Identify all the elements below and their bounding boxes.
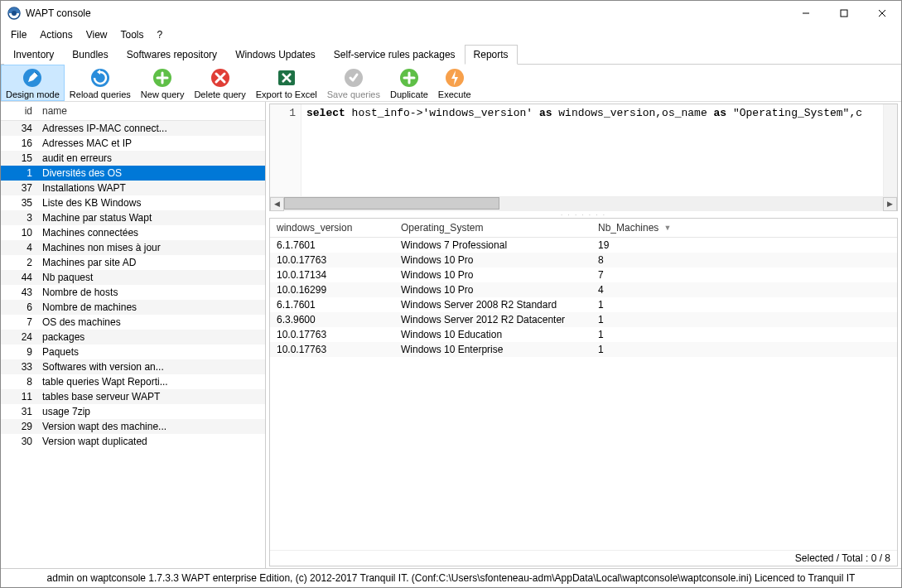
- splitter[interactable]: · · · · · · ·: [266, 211, 901, 218]
- result-row[interactable]: 10.0.17763Windows 10 Enterprise1: [270, 342, 897, 357]
- save-icon: [344, 68, 364, 88]
- query-row[interactable]: 15audit en erreurs: [1, 151, 265, 166]
- result-row[interactable]: 6.3.9600Windows Server 2012 R2 Datacente…: [270, 312, 897, 327]
- query-row[interactable]: 4Machines non mises à jour: [1, 240, 265, 255]
- results-grid[interactable]: 6.1.7601Windows 7 Professional1910.0.177…: [270, 238, 897, 550]
- col-operating-system[interactable]: Operating_System: [394, 219, 591, 237]
- execute-button[interactable]: Execute: [433, 65, 476, 101]
- query-row[interactable]: 44Nb paquest: [1, 270, 265, 285]
- col-header-name[interactable]: name: [37, 102, 265, 120]
- col-nb-machines[interactable]: Nb_Machines ▼: [591, 219, 754, 237]
- col-windows-version[interactable]: windows_version: [270, 219, 394, 237]
- sql-editor[interactable]: 1 select host_info->'windows_version' as…: [269, 104, 898, 211]
- cell-os: Windows 10 Enterprise: [394, 344, 591, 355]
- query-id: 31: [1, 406, 37, 417]
- status-bar: admin on waptconsole 1.7.3.3 WAPT enterp…: [1, 568, 901, 587]
- reload-queries-button[interactable]: Reload queries: [65, 65, 136, 101]
- query-row[interactable]: 43Nombre de hosts: [1, 285, 265, 300]
- scroll-track[interactable]: [284, 197, 883, 211]
- query-row[interactable]: 6Nombre de machines: [1, 300, 265, 315]
- query-row[interactable]: 3Machine par status Wapt: [1, 210, 265, 225]
- query-row[interactable]: 33Softwares with version an...: [1, 359, 265, 374]
- query-id: 11: [1, 391, 37, 402]
- toolbar: Design mode Reload queries New query Del…: [1, 65, 901, 102]
- col-header-id[interactable]: id: [1, 102, 37, 120]
- query-row[interactable]: 29Version wapt des machine...: [1, 419, 265, 434]
- cell-windows-version: 10.0.17763: [270, 344, 394, 355]
- save-queries-button[interactable]: Save queries: [322, 65, 385, 101]
- menu-view[interactable]: View: [80, 27, 114, 42]
- query-name: Machines connectées: [37, 227, 265, 239]
- close-button[interactable]: [863, 1, 901, 26]
- queries-list[interactable]: 34Adresses IP-MAC connect...16Adresses M…: [1, 121, 265, 568]
- query-id: 7: [1, 316, 37, 328]
- query-id: 29: [1, 421, 37, 432]
- query-row[interactable]: 30Version wapt duplicated: [1, 434, 265, 449]
- tab-softwares-repo[interactable]: Softwares repository: [118, 45, 226, 65]
- menu-file[interactable]: File: [4, 27, 33, 42]
- result-row[interactable]: 10.0.17763Windows 10 Pro8: [270, 253, 897, 267]
- query-row[interactable]: 8table queries Wapt Reporti...: [1, 374, 265, 389]
- sort-desc-icon: ▼: [663, 224, 671, 232]
- queries-panel: id name 34Adresses IP-MAC connect...16Ad…: [1, 102, 266, 568]
- result-row[interactable]: 10.0.17134Windows 10 Pro7: [270, 267, 897, 282]
- query-row[interactable]: 10Machines connectées: [1, 225, 265, 240]
- scroll-left-icon[interactable]: ◀: [270, 197, 284, 211]
- scroll-thumb[interactable]: [284, 197, 499, 210]
- maximize-button[interactable]: [825, 1, 863, 26]
- design-mode-button[interactable]: Design mode: [1, 65, 65, 101]
- export-excel-button[interactable]: Export to Excel: [251, 65, 322, 101]
- query-row[interactable]: 37Installations WAPT: [1, 181, 265, 195]
- query-row[interactable]: 16Adresses MAC et IP: [1, 136, 265, 151]
- result-row[interactable]: 10.0.17763Windows 10 Education1: [270, 327, 897, 342]
- query-row[interactable]: 35Liste des KB Windows: [1, 195, 265, 210]
- query-row[interactable]: 7OS des machines: [1, 315, 265, 330]
- query-id: 1: [1, 167, 37, 179]
- sql-code[interactable]: select host_info->'windows_version' as w…: [301, 104, 883, 196]
- new-query-button[interactable]: New query: [136, 65, 190, 101]
- result-row[interactable]: 6.1.7601Windows 7 Professional19: [270, 238, 897, 253]
- query-row[interactable]: 31usage 7zip: [1, 404, 265, 419]
- right-panel: 1 select host_info->'windows_version' as…: [266, 102, 901, 568]
- query-name: tables base serveur WAPT: [37, 391, 265, 402]
- query-id: 9: [1, 346, 37, 358]
- query-id: 15: [1, 152, 37, 164]
- reload-icon: [90, 68, 110, 88]
- window-controls: [787, 1, 901, 26]
- duplicate-button[interactable]: Duplicate: [385, 65, 433, 101]
- results-header: windows_version Operating_System Nb_Mach…: [270, 219, 897, 238]
- menu-help[interactable]: ?: [151, 27, 170, 42]
- cell-windows-version: 6.3.9600: [270, 314, 394, 325]
- tab-self-service[interactable]: Self-service rules packages: [325, 45, 465, 65]
- query-row[interactable]: 11tables base serveur WAPT: [1, 389, 265, 404]
- menu-actions[interactable]: Actions: [33, 27, 79, 42]
- scroll-right-icon[interactable]: ▶: [883, 197, 897, 211]
- query-row[interactable]: 1Diversités des OS: [1, 166, 265, 181]
- result-row[interactable]: 6.1.7601Windows Server 2008 R2 Standard1: [270, 297, 897, 312]
- result-row[interactable]: 10.0.16299Windows 10 Pro4: [270, 282, 897, 297]
- query-name: packages: [37, 331, 265, 343]
- minimize-button[interactable]: [787, 1, 825, 26]
- sql-vscroll[interactable]: [883, 104, 897, 196]
- query-id: 10: [1, 227, 37, 239]
- cell-os: Windows 10 Pro: [394, 254, 591, 266]
- query-row[interactable]: 34Adresses IP-MAC connect...: [1, 121, 265, 136]
- cell-nb: 1: [591, 344, 754, 355]
- tab-bundles[interactable]: Bundles: [63, 45, 117, 65]
- query-row[interactable]: 24packages: [1, 330, 265, 345]
- query-id: 33: [1, 361, 37, 373]
- query-row[interactable]: 9Paquets: [1, 345, 265, 359]
- tab-windows-updates[interactable]: Windows Updates: [226, 45, 325, 65]
- query-row[interactable]: 2Machines par site AD: [1, 255, 265, 270]
- menu-tools[interactable]: Tools: [114, 27, 151, 42]
- query-name: OS des machines: [37, 316, 265, 328]
- tab-inventory[interactable]: Inventory: [4, 45, 63, 65]
- cell-nb: 1: [591, 329, 754, 340]
- tab-reports[interactable]: Reports: [465, 45, 518, 65]
- sql-hscroll[interactable]: ◀ ▶: [270, 196, 897, 210]
- cell-windows-version: 10.0.17134: [270, 269, 394, 281]
- export-label: Export to Excel: [256, 89, 317, 99]
- execute-label: Execute: [438, 89, 471, 99]
- cell-windows-version: 6.1.7601: [270, 239, 394, 251]
- delete-query-button[interactable]: Delete query: [189, 65, 250, 101]
